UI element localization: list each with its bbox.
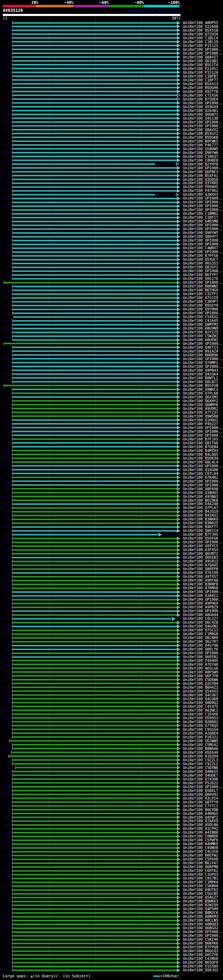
hit-bar[interactable] <box>13 465 177 466</box>
hit-bar[interactable] <box>13 534 158 535</box>
hit-bar[interactable] <box>13 690 177 692</box>
hit-bar[interactable] <box>13 33 177 35</box>
hit-bar[interactable] <box>13 847 177 849</box>
hit-bar[interactable] <box>13 603 177 604</box>
hit-bar[interactable] <box>13 698 177 700</box>
hit-bar[interactable] <box>13 389 177 390</box>
hit-bar[interactable] <box>13 660 177 661</box>
hit-bar[interactable] <box>13 301 177 302</box>
hit-bar[interactable] <box>13 217 177 218</box>
hit-label[interactable]: UniRef100_Q8AVX2 <box>183 128 218 132</box>
hit-bar[interactable] <box>13 775 177 776</box>
hit-bar[interactable] <box>13 687 177 688</box>
hit-bar[interactable] <box>13 37 177 38</box>
hit-bar[interactable] <box>13 515 177 516</box>
hit-bar[interactable] <box>13 87 177 88</box>
hit-bar[interactable] <box>13 183 177 184</box>
hit-label[interactable]: UniRef100_P46777 <box>183 143 218 147</box>
hit-bar[interactable] <box>13 431 177 432</box>
hit-bar[interactable] <box>13 496 177 497</box>
hit-bar[interactable] <box>13 336 177 337</box>
hit-label[interactable]: UniRef100_A3LPI4 <box>183 797 218 800</box>
hit-bar[interactable] <box>13 171 177 172</box>
hit-bar[interactable] <box>13 958 177 959</box>
hit-bar[interactable] <box>13 630 177 631</box>
hit-label[interactable]: UniRef100_B5XFA1 <box>183 174 218 178</box>
hit-bar[interactable] <box>13 461 177 463</box>
hit-bar[interactable] <box>13 916 177 918</box>
hit-bar[interactable] <box>13 324 177 325</box>
hit-bar[interactable] <box>13 167 177 169</box>
hit-bar[interactable] <box>13 584 177 585</box>
hit-bar[interactable] <box>13 125 177 127</box>
hit-bar[interactable] <box>13 362 177 363</box>
hit-bar[interactable] <box>13 454 177 455</box>
hit-bar[interactable] <box>13 663 177 665</box>
hit-label[interactable]: UniRef100_P52822 <box>183 781 218 785</box>
hit-label[interactable]: UniRef100_UPI000.. <box>183 483 223 487</box>
hit-bar[interactable] <box>13 924 177 925</box>
hit-label[interactable]: UniRef100_B7UEB4 <box>183 445 218 449</box>
hit-bar[interactable] <box>13 943 177 944</box>
hit-bar[interactable] <box>13 159 177 161</box>
hit-bar[interactable] <box>13 202 177 203</box>
hit-bar[interactable] <box>13 912 177 913</box>
hit-bar[interactable] <box>13 794 177 795</box>
hit-bar[interactable] <box>13 148 177 150</box>
hit-bar[interactable] <box>13 729 177 730</box>
hit-bar[interactable] <box>13 400 177 401</box>
hit-label[interactable]: UniRef100_Q00V92 <box>183 792 218 797</box>
hit-bar[interactable] <box>13 22 177 24</box>
hit-bar[interactable] <box>13 901 177 902</box>
hit-bar[interactable] <box>13 836 177 837</box>
hit-bar[interactable] <box>13 813 177 814</box>
hit-bar[interactable] <box>13 412 177 413</box>
hit-bar[interactable] <box>13 369 177 371</box>
hit-bar[interactable] <box>13 817 177 818</box>
hit-bar[interactable] <box>13 458 177 459</box>
hit-bar[interactable] <box>13 72 177 73</box>
hit-bar[interactable] <box>13 970 177 971</box>
hit-bar[interactable] <box>13 393 177 394</box>
hit-bar[interactable] <box>13 866 177 868</box>
hit-bar[interactable] <box>13 83 177 84</box>
hit-bar[interactable] <box>13 607 177 608</box>
hit-bar[interactable] <box>13 49 177 50</box>
hit-label[interactable]: UniRef100_B4LQQ5 <box>183 453 218 457</box>
hit-bar[interactable] <box>13 137 177 138</box>
hit-bar[interactable] <box>13 152 177 153</box>
hit-bar[interactable] <box>13 175 177 176</box>
hit-bar[interactable] <box>9 756 177 757</box>
hit-bar[interactable] <box>13 438 177 440</box>
hit-bar[interactable] <box>14 317 177 318</box>
hit-bar[interactable] <box>13 190 177 192</box>
hit-bar[interactable] <box>13 140 177 142</box>
hit-bar[interactable] <box>13 163 155 165</box>
hit-bar[interactable] <box>13 488 177 490</box>
hit-bar[interactable] <box>13 549 177 550</box>
hit-bar[interactable] <box>13 667 177 669</box>
hit-bar[interactable] <box>13 373 177 375</box>
hit-bar[interactable] <box>13 41 177 42</box>
hit-bar[interactable] <box>13 679 177 680</box>
hit-bar[interactable] <box>13 519 177 520</box>
hit-bar[interactable] <box>13 928 177 929</box>
hit-bar[interactable] <box>13 248 177 249</box>
hit-bar[interactable] <box>13 828 177 829</box>
hit-label[interactable]: UniRef100_Q5BEL7 <box>183 789 218 792</box>
hit-bar[interactable] <box>13 354 177 356</box>
hit-bar[interactable] <box>13 542 177 543</box>
hit-bar[interactable] <box>13 79 177 81</box>
hit-label[interactable]: UniRef100_B0FWK5 <box>183 139 218 143</box>
hit-bar[interactable] <box>13 64 177 65</box>
hit-bar[interactable] <box>13 267 177 268</box>
hit-bar[interactable] <box>13 683 177 684</box>
hit-bar[interactable] <box>13 114 177 115</box>
hit-bar[interactable] <box>13 60 177 62</box>
hit-label[interactable]: UniRef100_Q4UDE7 <box>183 773 218 777</box>
hit-bar[interactable] <box>13 423 177 425</box>
hit-bar[interactable] <box>13 194 155 196</box>
hit-label[interactable]: UniRef100_B5XGY2 <box>183 132 218 135</box>
hit-bar[interactable] <box>13 725 177 726</box>
hit-label[interactable]: UniRef100_Q58DW5 <box>183 147 218 151</box>
